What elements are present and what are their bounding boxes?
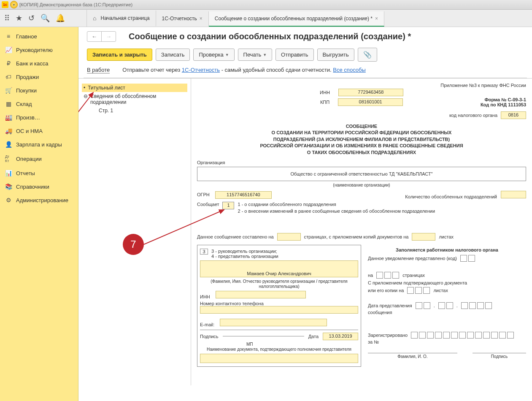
right-l4b: листах <box>433 288 448 293</box>
email-label: E-mail: <box>200 322 214 327</box>
save-button[interactable]: Записать <box>156 49 190 61</box>
sidebar-item-purchases[interactable]: 🛒Покупки <box>0 84 78 97</box>
fio-field[interactable]: Мамаев Очир Александрович <box>200 260 358 277</box>
app-note: Приложение №3 к приказу ФНС России <box>197 83 526 88</box>
link-1c-reporting[interactable]: 1С-Отчетность <box>182 67 220 73</box>
export-button[interactable]: Выгрузить <box>317 49 354 61</box>
notify-opt2: 2 - о внесении изменений в ранее сообщен… <box>238 209 435 214</box>
minus-icon[interactable]: ⊖ <box>84 93 88 99</box>
inn-label: ИНН <box>320 90 330 95</box>
form: Приложение №3 к приказу ФНС России ИНН 7… <box>191 78 532 385</box>
sidebar-item-label: Главное <box>16 33 37 40</box>
right-l5b: сообщения <box>368 310 526 315</box>
date-field[interactable]: 13.03.2019 <box>323 333 358 340</box>
org-note: (наименование организации) <box>197 183 526 187</box>
sidebar-item-label: Администрирование <box>16 197 68 203</box>
inn2-field[interactable] <box>216 291 306 298</box>
signer-opt2: 4 - представитель организации <box>211 254 278 259</box>
document-title: СООБЩЕНИЕ О СОЗДАНИИ НА ТЕРРИТОРИИ РОССИ… <box>197 123 526 156</box>
right-l6: Зарегистрировано <box>368 333 408 338</box>
sidebar-item-production[interactable]: 🏭Произв… <box>0 111 78 124</box>
signer-code-field[interactable]: 3 <box>200 249 208 255</box>
knd-code: Код по КНД 1111053 <box>481 102 526 107</box>
right-l2b: страницах <box>402 273 425 278</box>
nav-arrows: ← → <box>87 31 116 42</box>
apps-icon[interactable]: ⠿ <box>4 14 10 23</box>
signer-opt1: 3 - руководитель организации; <box>211 249 278 254</box>
tag-icon: 🏷 <box>5 73 12 80</box>
dropdown-icon[interactable]: ▾ <box>10 1 18 8</box>
link-all-methods[interactable]: Все способы <box>333 67 365 73</box>
send-button[interactable]: Отправить <box>275 49 313 61</box>
titlebar: 1c ▾ [КОПИЯ] Демонстрационная база (1С:П… <box>0 0 532 10</box>
search-icon[interactable]: 🔍 <box>41 14 50 23</box>
status-label[interactable]: В работе <box>87 67 110 73</box>
sidebar-item-manager[interactable]: 📈Руководителю <box>0 43 78 57</box>
tree-title-page[interactable]: •Титульный лист <box>82 84 187 92</box>
ogrn-label: ОГРН <box>197 192 210 197</box>
ogrn-field[interactable]: 1157746516740 <box>215 191 272 199</box>
person-icon: 👤 <box>5 141 12 148</box>
close-icon[interactable]: × <box>200 16 203 22</box>
forward-button[interactable]: → <box>102 32 116 41</box>
sidebar-item-warehouse[interactable]: ▦Склад <box>0 97 78 111</box>
tree-subdivision-info[interactable]: ⊖Сведения об обособленном подразделении <box>82 92 187 106</box>
truck-icon: 🚚 <box>5 127 12 134</box>
cart-icon: 🛒 <box>5 87 12 94</box>
right-l1: Данное уведомление представлено (код) <box>368 256 457 261</box>
tree-page-label: Стр. 1 <box>99 108 113 114</box>
inn-field[interactable]: 7729463458 <box>338 89 403 96</box>
sidebar-item-catalogs[interactable]: 📚Справочники <box>0 180 78 193</box>
email-field[interactable] <box>220 319 327 326</box>
count-field[interactable] <box>501 191 526 198</box>
doc-note: Наименование документа, подтверждающего … <box>200 347 358 352</box>
sidebar-item-admin[interactable]: ⚙Администрирование <box>0 193 78 207</box>
sidebar-item-label: Отчеты <box>16 170 35 176</box>
sidebar-item-main[interactable]: ≡Главное <box>0 30 78 43</box>
sidebar-item-label: Операции <box>16 156 42 162</box>
gear-icon: ⚙ <box>5 197 12 203</box>
sidebar-item-os-nma[interactable]: 🚚ОС и НМА <box>0 124 78 138</box>
sidebar-item-salary[interactable]: 👤Зарплата и кадры <box>0 138 78 151</box>
pages-field[interactable] <box>277 233 301 241</box>
doc-name-field[interactable] <box>200 354 358 363</box>
bell-icon[interactable]: 🔔 <box>56 14 65 23</box>
back-button[interactable]: ← <box>87 32 102 41</box>
close-icon[interactable]: × <box>375 16 378 22</box>
tab-home-label: Начальная страница <box>100 15 149 21</box>
toolbar: Записать и закрыть Записать Проверка▼ Пе… <box>78 42 532 65</box>
right-title: Заполняется работником налогового органа <box>368 247 526 252</box>
chevron-down-icon: ▼ <box>263 53 267 57</box>
history-icon[interactable]: ↺ <box>28 14 35 23</box>
right-l3: С приложением подтверждающего документа <box>368 280 526 285</box>
tab-message[interactable]: Сообщение о создании обособленных подраз… <box>209 11 384 27</box>
tax-code-field[interactable]: 0816 <box>501 111 526 119</box>
attach-button[interactable]: 📎 <box>358 48 377 62</box>
star-icon[interactable]: ★ <box>16 14 22 23</box>
save-close-button[interactable]: Записать и закрыть <box>87 49 152 61</box>
chart-icon: 📈 <box>5 46 12 53</box>
right-l2a: на <box>368 273 373 278</box>
info-row: В работе Отправьте отчет через 1С-Отчетн… <box>78 65 532 78</box>
left-column: 3 3 - руководитель организации; 4 - пред… <box>197 245 361 367</box>
sidebar-item-bank[interactable]: ₽Банк и касса <box>0 57 78 70</box>
sidebar-item-sales[interactable]: 🏷Продажи <box>0 70 78 84</box>
sidebar-item-reports[interactable]: 📊Отчеты <box>0 166 78 180</box>
org-name-field[interactable]: Общество с ограниченной ответственностью… <box>197 167 526 181</box>
page-title: Сообщение о создании обособленных подраз… <box>129 32 411 41</box>
print-button[interactable]: Печать▼ <box>238 49 273 61</box>
pages-text1: Данное сообщениее составлено на <box>197 234 274 239</box>
phone-field[interactable] <box>200 306 358 314</box>
tree-page-1[interactable]: Стр. 1 <box>82 106 187 115</box>
sidebar-item-operations[interactable]: Дт КтОперации <box>0 151 78 166</box>
tab-home[interactable]: Начальная страница <box>87 11 156 27</box>
notify-field[interactable]: 1 <box>222 202 234 209</box>
copies-field[interactable] <box>412 233 435 241</box>
tab-reporting[interactable]: 1С-Отчетность× <box>156 11 209 27</box>
sidebar-item-label: Произв… <box>16 114 40 121</box>
tab-reporting-label: 1С-Отчетность <box>162 16 197 22</box>
kpp-field[interactable]: 081601001 <box>338 98 403 106</box>
bars-icon: 📊 <box>5 170 12 176</box>
phone-label: Номер контактного телефона <box>200 301 358 306</box>
check-button[interactable]: Проверка▼ <box>193 49 234 61</box>
